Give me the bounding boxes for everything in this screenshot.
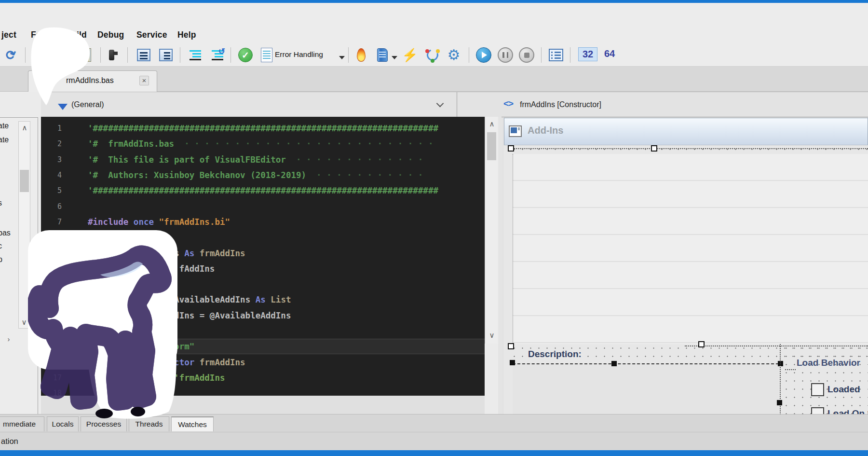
code-line[interactable]: 5'######################################…: [41, 183, 485, 198]
selection-handle[interactable]: [510, 360, 515, 365]
align-left-icon[interactable]: [136, 47, 152, 63]
document-glyph: [261, 48, 272, 62]
editor-scrollbar[interactable]: ∧ ∨: [485, 117, 498, 344]
form-glyph: [549, 49, 563, 61]
selection-handle[interactable]: [508, 343, 514, 349]
selection-handle[interactable]: [611, 361, 617, 366]
code-line[interactable]: 1'######################################…: [41, 121, 485, 136]
menu-service[interactable]: Service: [136, 30, 167, 40]
pause-icon[interactable]: [497, 47, 514, 63]
load-behavior-label: Load Behavior: [797, 358, 860, 368]
stop-glyph: [519, 47, 534, 63]
undo-icon[interactable]: ⟳: [3, 47, 19, 63]
scroll-up-icon[interactable]: ∧: [487, 120, 497, 128]
toolbar-separator: [180, 47, 180, 63]
description-textbox[interactable]: [513, 363, 779, 414]
designer-grid-top: [510, 145, 868, 154]
selection-handle[interactable]: [777, 400, 782, 405]
scroll-right-icon[interactable]: ›: [4, 335, 14, 343]
loaded-checkbox[interactable]: [811, 383, 824, 396]
document-tab-strip: rmAddIns.bas ×: [0, 67, 868, 92]
member-combo[interactable]: <> frmAddIns [Constructor]: [457, 92, 868, 117]
error-handling-label[interactable]: Error Handling: [275, 50, 323, 59]
designed-form-title: Add-Ins: [528, 125, 563, 136]
quick-run-icon[interactable]: ⚡: [402, 47, 418, 63]
menu-debug[interactable]: Debug: [97, 30, 124, 40]
line-number: 2: [41, 139, 68, 148]
align-right-icon[interactable]: [158, 47, 174, 63]
settings-gear-icon[interactable]: ⚙: [446, 47, 462, 63]
indent-icon[interactable]: [187, 47, 203, 63]
visualfbeditor-window: ject Form uild Debug Service Help ⟳ ↺ ✓ …: [0, 0, 868, 456]
designer-grid-right: [782, 344, 868, 414]
indent-glyph: [189, 49, 202, 61]
menu-help[interactable]: Help: [177, 30, 196, 40]
code-line[interactable]: 6: [41, 198, 485, 214]
addins-listview[interactable]: [513, 154, 868, 344]
rebuild-icon[interactable]: [424, 47, 441, 63]
toolbar-separator: [541, 47, 542, 63]
tree-item-fragment[interactable]: ate: [0, 136, 15, 144]
scroll-up-icon[interactable]: ∧: [20, 124, 29, 132]
tree-item-fragment[interactable]: bas: [0, 229, 15, 237]
run-icon[interactable]: [475, 47, 492, 63]
scrollbar-thumb[interactable]: [20, 170, 29, 192]
debug-panel: mmediateLocalsProcessesThreadsWatches at…: [0, 414, 868, 450]
form-designer: Add-Ins Description: Load Behavior Loade…: [502, 117, 868, 414]
bitness-64-button[interactable]: 64: [600, 47, 619, 60]
window-bottom-border: [0, 450, 868, 456]
syntax-check-icon[interactable]: ✓: [237, 47, 254, 63]
scroll-glyph: [377, 48, 388, 62]
bitness-32-button[interactable]: 32: [578, 47, 597, 61]
script-icon[interactable]: [374, 47, 391, 63]
gear-glyph: ⚙: [448, 48, 461, 62]
selection-handle[interactable]: [508, 145, 514, 152]
find-icon[interactable]: [107, 47, 123, 63]
flame-icon[interactable]: [353, 47, 369, 63]
tree-item-fragment[interactable]: s: [0, 199, 15, 207]
toolbar-separator: [25, 47, 26, 63]
caret-down-glyph: [339, 56, 345, 59]
code-line[interactable]: 3'# This file is part of VisualFBEditor …: [41, 152, 485, 167]
scrollbar-thumb[interactable]: [487, 132, 496, 160]
binoculars-glyph: [109, 50, 122, 60]
script-dropdown-icon[interactable]: [392, 53, 397, 61]
check-glyph: ✓: [238, 48, 253, 62]
error-doc-icon[interactable]: [258, 47, 275, 63]
error-handling-dropdown-icon[interactable]: [339, 53, 345, 61]
load-on-startup-checkbox[interactable]: [811, 407, 824, 414]
code-line[interactable]: 2'# frmAddIns.bas · · · · · · · · · · · …: [41, 136, 485, 152]
groupbox-dashed-edge: [785, 369, 796, 370]
tree-item-fragment[interactable]: ate: [0, 122, 15, 130]
tree-item-fragment[interactable]: p: [0, 255, 15, 264]
horse-image: [28, 230, 177, 419]
code-line[interactable]: 7#include once "frmAddIns.bi": [41, 214, 485, 230]
scroll-down-icon[interactable]: ∨: [19, 318, 29, 327]
tab-close-icon[interactable]: ×: [139, 76, 149, 85]
code-brackets-icon: <>: [503, 98, 513, 109]
debug-tab-watches[interactable]: Watches: [171, 416, 214, 431]
code-text: '# This file is part of VisualFBEditor ·…: [88, 155, 423, 165]
general-combo[interactable]: (General): [41, 92, 456, 117]
form-view-icon[interactable]: [548, 47, 564, 63]
chevron-down-icon[interactable]: [436, 100, 444, 108]
tree-item-fragment[interactable]: c: [0, 242, 15, 250]
selection-dotted-line: [510, 148, 868, 149]
align-right-glyph: [159, 49, 173, 61]
code-line[interactable]: 4'# Authors: Xusinboy Bekchanov (2018-20…: [41, 167, 485, 183]
toolbar-separator: [100, 47, 101, 63]
selection-handle[interactable]: [651, 145, 657, 152]
selection-handle[interactable]: [698, 341, 705, 347]
editor-designer-splitter[interactable]: [498, 117, 502, 414]
pause-glyph: [498, 47, 513, 63]
white-blob-overlay: [27, 24, 99, 109]
menu-project[interactable]: ject: [1, 30, 16, 40]
scroll-down-icon[interactable]: ∨: [487, 331, 497, 340]
undo-glyph: ⟳: [3, 46, 19, 64]
stop-icon[interactable]: [518, 47, 535, 63]
code-text: '# frmAddIns.bas · · · · · · · · · · · ·…: [88, 139, 433, 149]
line-number: 1: [41, 124, 68, 133]
outdent-icon[interactable]: ↺: [209, 47, 226, 63]
loaded-checkbox-label: Loaded: [827, 384, 860, 395]
toolbar-separator: [127, 47, 128, 63]
